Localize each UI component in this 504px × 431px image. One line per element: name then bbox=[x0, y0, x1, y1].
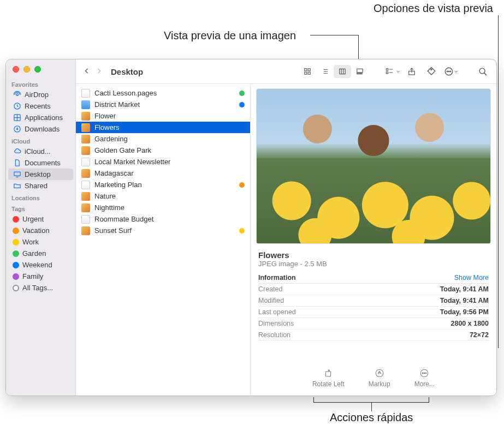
sidebar-item-shared[interactable]: Shared bbox=[8, 180, 73, 191]
callout-image-preview: Vista previa de una imagen bbox=[164, 29, 296, 42]
more-action[interactable]: More... bbox=[414, 368, 435, 388]
callout-line bbox=[371, 403, 372, 411]
file-row[interactable]: Nature bbox=[76, 190, 250, 202]
desktop-icon bbox=[13, 170, 21, 178]
rotate-left-action[interactable]: Rotate Left bbox=[312, 368, 345, 388]
info-row: Resolution72×72 bbox=[258, 330, 489, 341]
info-key: Modified bbox=[258, 297, 284, 304]
show-more-button[interactable]: Show More bbox=[454, 274, 489, 282]
tag-button[interactable] bbox=[423, 67, 440, 76]
sidebar-heading-icloud: iCloud bbox=[6, 135, 75, 146]
file-icon bbox=[81, 203, 90, 212]
svg-rect-6 bbox=[308, 69, 310, 71]
svg-rect-7 bbox=[305, 72, 307, 74]
close-button[interactable] bbox=[13, 66, 19, 73]
forward-button[interactable] bbox=[96, 67, 102, 76]
sidebar-item-label: All Tags... bbox=[22, 284, 53, 292]
info-key: Resolution bbox=[258, 331, 290, 339]
sidebar-tag-work[interactable]: Work bbox=[8, 236, 73, 248]
info-value: 72×72 bbox=[470, 331, 489, 339]
info-heading: Information bbox=[258, 274, 296, 282]
file-row[interactable]: Roommate Budget bbox=[76, 213, 250, 225]
sidebar-item-label: Downloads bbox=[25, 125, 60, 133]
svg-point-0 bbox=[16, 94, 18, 96]
sidebar-item-recents[interactable]: Recents bbox=[8, 100, 73, 112]
info-value: Today, 9:56 PM bbox=[440, 308, 489, 316]
search-button[interactable] bbox=[475, 67, 491, 76]
sidebar-item-icloud-drive[interactable]: iCloud... bbox=[8, 146, 73, 157]
back-button[interactable] bbox=[84, 67, 90, 76]
svg-point-28 bbox=[425, 373, 426, 374]
preview-pane: Flowers JPEG image - 2.5 MB Information … bbox=[251, 84, 496, 396]
sidebar-heading-locations: Locations bbox=[6, 191, 75, 202]
view-list-button[interactable] bbox=[316, 65, 334, 78]
markup-action[interactable]: Markup bbox=[369, 368, 390, 388]
info-value: Today, 9:41 AM bbox=[440, 297, 489, 304]
sidebar-tag-weekend[interactable]: Weekend bbox=[8, 259, 73, 271]
rotate-icon bbox=[323, 368, 333, 378]
sidebar-item-applications[interactable]: Applications bbox=[8, 112, 73, 123]
view-column-button[interactable] bbox=[334, 65, 351, 78]
sidebar-item-label: Urgent bbox=[22, 215, 44, 223]
callout-line bbox=[358, 35, 359, 62]
share-button[interactable] bbox=[404, 67, 420, 76]
file-name: Flower bbox=[94, 112, 116, 120]
file-name: Sunset Surf bbox=[94, 226, 132, 235]
sidebar-item-airdrop[interactable]: AirDrop bbox=[8, 89, 73, 100]
folder-icon bbox=[13, 182, 21, 190]
info-row: Dimensions2800 x 1800 bbox=[258, 318, 489, 330]
svg-rect-4 bbox=[14, 172, 20, 176]
sidebar-tag-vacation[interactable]: Vacation bbox=[8, 225, 73, 236]
svg-point-26 bbox=[422, 373, 423, 374]
file-icon bbox=[81, 135, 90, 143]
zoom-button[interactable] bbox=[34, 66, 41, 73]
file-tag-dot bbox=[239, 91, 245, 96]
sidebar-heading-favorites: Favorites bbox=[6, 78, 75, 89]
info-value: Today, 9:41 AM bbox=[440, 285, 489, 293]
file-row[interactable]: Sunset Surf bbox=[76, 225, 250, 236]
file-row[interactable]: District Market bbox=[76, 99, 250, 110]
file-icon bbox=[81, 146, 90, 155]
toolbar: Desktop bbox=[76, 59, 496, 84]
file-row[interactable]: Marketing Plan bbox=[76, 179, 250, 190]
qa-label: Rotate Left bbox=[312, 380, 345, 388]
file-row[interactable]: Flowers bbox=[76, 122, 250, 133]
file-row[interactable]: Cacti Lesson.pages bbox=[76, 87, 250, 99]
sidebar-item-desktop[interactable]: Desktop bbox=[8, 169, 73, 180]
sidebar-item-label: AirDrop bbox=[25, 91, 49, 99]
file-row[interactable]: Flower bbox=[76, 110, 250, 122]
svg-rect-13 bbox=[361, 73, 362, 74]
preview-image bbox=[256, 88, 491, 244]
svg-rect-15 bbox=[386, 72, 388, 74]
tag-dot-icon bbox=[13, 285, 19, 291]
file-row[interactable]: Nighttime bbox=[76, 202, 250, 213]
sidebar-item-documents[interactable]: Documents bbox=[8, 157, 73, 169]
svg-rect-23 bbox=[326, 372, 331, 376]
tag-dot-icon bbox=[13, 262, 19, 268]
info-key: Last opened bbox=[258, 308, 296, 316]
action-button[interactable] bbox=[443, 67, 459, 76]
tag-dot-icon bbox=[13, 216, 19, 223]
sidebar-tag-all-tags-[interactable]: All Tags... bbox=[8, 282, 73, 294]
info-key: Created bbox=[258, 285, 282, 293]
view-icon-button[interactable] bbox=[299, 65, 316, 78]
file-row[interactable]: Madagascar bbox=[76, 167, 250, 179]
file-row[interactable]: Local Market Newsletter bbox=[76, 156, 250, 167]
view-gallery-button[interactable] bbox=[351, 65, 369, 78]
file-name: Local Market Newsletter bbox=[94, 158, 170, 166]
tag-dot-icon bbox=[13, 239, 19, 246]
sidebar-tag-garden[interactable]: Garden bbox=[8, 248, 73, 259]
file-icon bbox=[81, 158, 90, 166]
file-icon bbox=[81, 112, 90, 121]
sidebar-tag-urgent[interactable]: Urgent bbox=[8, 213, 73, 225]
file-row[interactable]: Golden Gate Park bbox=[76, 145, 250, 156]
sidebar-tag-family[interactable]: Family bbox=[8, 271, 73, 282]
group-button[interactable] bbox=[384, 67, 400, 76]
file-row[interactable]: Gardening bbox=[76, 133, 250, 145]
callout-bracket bbox=[313, 397, 429, 403]
callout-quick-actions: Acciones rápidas bbox=[330, 411, 413, 424]
file-name: Flowers bbox=[94, 123, 120, 131]
main-area: Desktop Cacti Lesson.pagesDistrict Marke… bbox=[76, 59, 496, 396]
minimize-button[interactable] bbox=[23, 66, 30, 73]
sidebar-item-downloads[interactable]: Downloads bbox=[8, 123, 73, 135]
